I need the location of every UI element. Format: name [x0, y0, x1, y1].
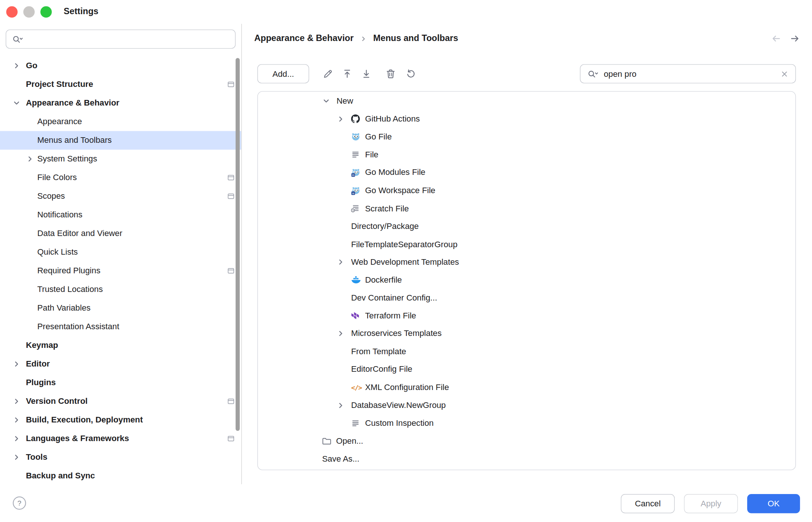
docker-icon [351, 276, 365, 284]
help-icon[interactable]: ? [12, 496, 26, 510]
tree-item-xml-configuration-file[interactable]: </>XML Configuration File [258, 378, 796, 396]
sidebar-item-editor[interactable]: Editor [0, 355, 241, 373]
sidebar-item-label: Go [26, 61, 37, 70]
chevron-right-icon[interactable] [337, 115, 351, 123]
tree-item-terraform-file[interactable]: Terraform File [258, 307, 796, 325]
sidebar-item-languages-frameworks[interactable]: Languages & Frameworks [0, 429, 241, 448]
move-up-icon[interactable] [339, 66, 355, 82]
sidebar-item-tools[interactable]: Tools [0, 448, 241, 466]
tree-item-go-file[interactable]: Go File [258, 128, 796, 146]
sidebar-item-go[interactable]: Go [0, 56, 241, 75]
tree-item-scratch-file[interactable]: Scratch File [258, 199, 796, 217]
cancel-button[interactable]: Cancel [621, 494, 674, 513]
chevron-down-icon[interactable] [12, 99, 21, 107]
chevron-right-icon[interactable] [12, 434, 21, 443]
forward-icon[interactable] [790, 33, 800, 44]
window-icon [227, 193, 235, 200]
tree-item-save-as[interactable]: Save As... [258, 450, 796, 468]
chevron-right-icon[interactable] [12, 62, 21, 70]
tree-item-file[interactable]: File [258, 146, 796, 164]
sidebar-item-label: Appearance [37, 117, 82, 126]
close-window-button[interactable] [6, 6, 18, 18]
sidebar-scrollbar-thumb[interactable] [236, 58, 240, 431]
svg-text:w: w [352, 192, 355, 195]
sidebar-item-backup-and-sync[interactable]: Backup and Sync [0, 466, 241, 485]
toolbar-search-input[interactable]: open pro [580, 64, 796, 83]
tree-item-label: Custom Inspection [365, 418, 434, 428]
search-icon [587, 69, 599, 78]
sidebar-item-scopes[interactable]: Scopes [0, 187, 241, 205]
tree-item-filetemplateseparatorgroup[interactable]: FileTemplateSeparatorGroup [258, 235, 796, 253]
tree-item-from-template[interactable]: From Template [258, 343, 796, 361]
sidebar-item-path-variables[interactable]: Path Variables [0, 299, 241, 317]
traffic-lights [6, 6, 52, 18]
chevron-right-icon[interactable] [12, 397, 21, 405]
sidebar-item-menus-and-toolbars[interactable]: Menus and Toolbars [0, 131, 241, 150]
revert-icon[interactable] [402, 66, 419, 82]
trash-icon[interactable] [382, 66, 399, 82]
sidebar-item-plugins[interactable]: Plugins [0, 373, 241, 392]
tree-item-go-modules-file[interactable]: mGo Modules File [258, 164, 796, 182]
tree-item-label: New [337, 97, 353, 106]
tree-item-directory-package[interactable]: Directory/Package [258, 217, 796, 235]
tree-item-web-development-templates[interactable]: Web Development Templates [258, 253, 796, 271]
sidebar-item-file-colors[interactable]: File Colors [0, 168, 241, 187]
tree-item-label: DatabaseView.NewGroup [351, 400, 446, 410]
history-navigation [771, 33, 801, 44]
tree-item-dockerfile[interactable]: Dockerfile [258, 271, 796, 289]
apply-button[interactable]: Apply [684, 494, 738, 513]
chevron-right-icon [360, 35, 367, 42]
move-down-icon[interactable] [358, 66, 374, 82]
tree-item-new[interactable]: New [258, 92, 796, 110]
sidebar-item-build-execution-deployment[interactable]: Build, Execution, Deployment [0, 411, 241, 429]
tree-item-open[interactable]: Open... [258, 432, 796, 450]
minimize-window-button[interactable] [23, 6, 35, 18]
zoom-window-button[interactable] [40, 6, 52, 18]
tree-item-github-actions[interactable]: GitHub Actions [258, 110, 796, 128]
sidebar-item-label: Trusted Locations [37, 285, 103, 294]
chevron-down-icon[interactable] [322, 97, 337, 105]
sidebar-item-project-structure[interactable]: Project Structure [0, 75, 241, 94]
back-icon[interactable] [771, 33, 781, 44]
sidebar-item-keymap[interactable]: Keymap [0, 336, 241, 355]
menus-and-toolbars-page: Appearance & Behavior Menus and Toolbars… [242, 24, 812, 485]
tree-item-microservices-templates[interactable]: Microservices Templates [258, 325, 796, 343]
tree-item-label: Open... [336, 436, 363, 446]
sidebar-item-appearance-behavior[interactable]: Appearance & Behavior [0, 94, 241, 112]
chevron-right-icon[interactable] [337, 401, 351, 409]
tree-item-databaseview-newgroup[interactable]: DatabaseView.NewGroup [258, 396, 796, 414]
tree-item-custom-inspection[interactable]: Custom Inspection [258, 414, 796, 432]
sidebar-item-version-control[interactable]: Version Control [0, 392, 241, 411]
chevron-right-icon[interactable] [12, 360, 21, 368]
tree-item-label: Terraform File [365, 311, 416, 320]
sidebar-item-required-plugins[interactable]: Required Plugins [0, 261, 241, 280]
settings-search-input[interactable] [6, 29, 236, 48]
sidebar-item-trusted-locations[interactable]: Trusted Locations [0, 280, 241, 299]
sidebar-item-presentation-assistant[interactable]: Presentation Assistant [0, 317, 241, 336]
sidebar-item-label: Notifications [37, 210, 82, 220]
tree-item-dev-container-config[interactable]: Dev Container Config... [258, 289, 796, 307]
breadcrumb-parent[interactable]: Appearance & Behavior [254, 33, 353, 44]
tree-item-label: Microservices Templates [351, 329, 442, 338]
sidebar-item-notifications[interactable]: Notifications [0, 205, 241, 224]
chevron-right-icon[interactable] [26, 155, 34, 163]
tree-item-label: File [365, 150, 378, 160]
clear-search-icon[interactable] [780, 70, 789, 78]
add-button[interactable]: Add... [257, 64, 309, 83]
chevron-right-icon[interactable] [12, 416, 21, 424]
pencil-icon[interactable] [320, 66, 336, 82]
chevron-right-icon[interactable] [337, 330, 351, 338]
sidebar-item-appearance[interactable]: Appearance [0, 112, 241, 131]
tree-item-editorconfig-file[interactable]: EditorConfig File [258, 361, 796, 378]
ok-button[interactable]: OK [747, 494, 800, 513]
chevron-right-icon[interactable] [337, 258, 351, 266]
search-icon [12, 34, 24, 44]
svg-text:?: ? [18, 499, 21, 507]
sidebar-item-label: System Settings [37, 154, 97, 164]
sidebar-item-data-editor-and-viewer[interactable]: Data Editor and Viewer [0, 224, 241, 243]
window-icon [227, 174, 235, 181]
sidebar-item-system-settings[interactable]: System Settings [0, 150, 241, 168]
tree-item-go-workspace-file[interactable]: wGo Workspace File [258, 182, 796, 199]
chevron-right-icon[interactable] [12, 453, 21, 461]
sidebar-item-quick-lists[interactable]: Quick Lists [0, 243, 241, 261]
